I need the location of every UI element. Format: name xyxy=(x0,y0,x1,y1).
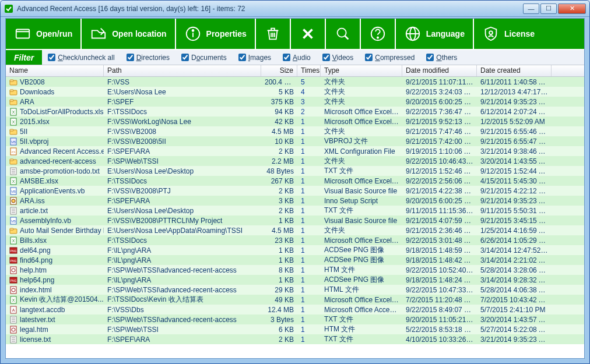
column-headers[interactable]: Name Path Size Times Type Date modified … xyxy=(6,65,584,77)
file-type: Microsoft Office Access ... xyxy=(321,306,402,314)
table-row[interactable]: PNGdel64.pngF:\IL\png\ARA1 KB1ACDSee PNG… xyxy=(6,245,584,255)
file-times: 1 xyxy=(297,276,321,284)
help-button[interactable] xyxy=(361,19,396,49)
recycle-button[interactable] xyxy=(256,19,291,49)
table-row[interactable]: amsbe-promotion-todo.txtE:\Users\Nosa Le… xyxy=(6,166,584,176)
table-row[interactable]: XAMSBE.xlsxF:\TSSIDocs267 KB1Microsoft O… xyxy=(6,176,584,186)
table-row[interactable]: PNGhelp64.pngF:\IL\png\ARA1 KB1ACDSee PN… xyxy=(6,275,584,285)
file-type: ACDSee PNG 图像 xyxy=(321,245,402,255)
table-row[interactable]: advanced-recent-accessF:\SP\Web\TSSI2.2 … xyxy=(6,156,584,166)
header-type[interactable]: Type xyxy=(321,65,402,76)
table-row[interactable]: ARA.issF:\SPEF\ARA3 KB1Inno Setup Script… xyxy=(6,196,584,206)
svg-text:A: A xyxy=(12,308,15,312)
search-button[interactable] xyxy=(326,19,361,49)
open-location-icon xyxy=(90,25,107,43)
file-times: 1 xyxy=(297,137,321,146)
file-name: index.html xyxy=(20,286,52,294)
table-row[interactable]: license.txtF:\SPEF\ARA2 KB1TXT 文件4/10/20… xyxy=(6,334,584,344)
table-row[interactable]: XToDoListForAllProducts.xlsF:\TSSIDocs94… xyxy=(6,107,584,116)
file-type: VBPROJ 文件 xyxy=(321,136,402,146)
file-modified: 9/22/2015 10:52:40 PM xyxy=(402,266,477,274)
header-times[interactable]: Times xyxy=(297,65,321,76)
header-modified[interactable]: Date modified xyxy=(402,65,477,76)
file-created: 9/21/2015 6:55:46 PM xyxy=(477,128,552,136)
minimize-button[interactable]: — xyxy=(523,3,539,14)
table-row[interactable]: VBAssemblyInfo.vbF:\VSS\VB2008\PTTRCLI\M… xyxy=(6,215,584,225)
file-type: 文件夹 xyxy=(321,126,402,136)
file-path: F:\TSSIDocs xyxy=(104,236,261,245)
language-label: Language xyxy=(426,29,465,38)
file-modified: 5/22/2015 8:53:18 PM xyxy=(402,326,477,334)
table-row[interactable]: help.htmF:\SP\Web\TSSI\advanced-recent-a… xyxy=(6,265,584,275)
file-modified: 9/12/2015 1:52:46 AM xyxy=(402,167,477,175)
close-button[interactable]: ✕ xyxy=(558,3,586,14)
file-icon xyxy=(9,197,17,205)
table-row[interactable]: article.txtE:\Users\Nosa Lee\Desktop2 KB… xyxy=(6,206,584,215)
file-times: 1 xyxy=(297,227,321,235)
filter-audio[interactable]: Audio xyxy=(283,54,311,62)
table-row[interactable]: XBills.xlsxF:\TSSIDocs23 KB1Microsoft Of… xyxy=(6,235,584,245)
license-button[interactable]: License xyxy=(474,19,543,49)
file-path: F:\SP\Web\TSSI\advanced-recent-access xyxy=(104,266,261,274)
filter-others[interactable]: Others xyxy=(426,54,457,62)
file-name: legal.htm xyxy=(20,326,48,334)
file-type: TXT 文件 xyxy=(321,334,402,344)
file-times: 1 xyxy=(297,118,321,126)
file-type: HTM 文件 xyxy=(321,324,402,334)
file-path: F:\SP\Web\TSSI xyxy=(104,326,261,334)
table-row[interactable]: latestver.txtF:\SP\Web\TSSI\advanced-rec… xyxy=(6,314,584,324)
table-row[interactable]: Alangtext.accdbF:\VSS\Dbs12.4 MB1Microso… xyxy=(6,305,584,314)
table-row[interactable]: Auto Mail Sender Birthday E...E:\Users\N… xyxy=(6,225,584,235)
filter-directories[interactable]: Directories xyxy=(127,54,170,62)
filter-compressed[interactable]: Compressed xyxy=(365,54,415,62)
delete-button[interactable] xyxy=(291,19,326,49)
table-row[interactable]: VB5II.vbprojF:\VSS\VB2008\5II10 KB1VBPRO… xyxy=(6,136,584,146)
table-row[interactable]: X2015.xlsxF:\VSS\WorkLog\Nosa Lee42 KB1M… xyxy=(6,116,584,126)
file-grid[interactable]: VB2008F:\VSS200.4 MB5文件夹9/21/2015 11:07:… xyxy=(6,77,584,358)
header-created[interactable]: Date created xyxy=(477,65,552,76)
open-run-button[interactable]: Open/run xyxy=(6,19,82,49)
table-row[interactable]: legal.htmF:\SP\Web\TSSI6 KB1HTM 文件5/22/2… xyxy=(6,324,584,334)
properties-button[interactable]: Properties xyxy=(176,19,256,49)
language-button[interactable]: Language xyxy=(396,19,474,49)
file-created: 5/28/2014 4:06:38 AM xyxy=(477,286,552,294)
file-created: 6/11/2011 1:40:58 AM xyxy=(477,78,552,86)
header-name[interactable]: Name xyxy=(6,65,104,76)
open-location-button[interactable]: Open location xyxy=(82,19,175,49)
file-name: ApplicationEvents.vb xyxy=(20,187,85,195)
table-row[interactable]: DownloadsE:\Users\Nosa Lee5 KB4文件夹9/22/2… xyxy=(6,87,584,97)
titlebar[interactable]: Advanced Recent Access [16 days trial ve… xyxy=(1,1,589,17)
file-times: 1 xyxy=(297,128,321,136)
filter-videos[interactable]: Videos xyxy=(322,54,353,62)
table-row[interactable]: VBApplicationEvents.vbF:\VSS\VB2008\PTJ2… xyxy=(6,186,584,196)
file-icon: X xyxy=(9,236,17,245)
table-row[interactable]: XKevin 收入结算@201504...F:\TSSIDocs\Kevin 收… xyxy=(6,295,584,305)
file-type: Microsoft Office Excel ... xyxy=(321,296,402,304)
file-modified: 9/19/2015 1:10:06 AM xyxy=(402,147,477,156)
table-row[interactable]: <>Advanced Recent Access.e...F:\SPEF\ARA… xyxy=(6,146,584,156)
maximize-button[interactable]: ☐ xyxy=(540,3,557,14)
shield-icon xyxy=(482,25,500,43)
table-row[interactable]: index.htmlF:\SP\Web\TSSI\advanced-recent… xyxy=(6,285,584,295)
file-icon: X xyxy=(9,177,17,185)
table-row[interactable]: ARAF:\SPEF375 KB3文件夹9/20/2015 6:00:25 PM… xyxy=(6,97,584,107)
svg-rect-1 xyxy=(16,30,30,38)
svg-point-45 xyxy=(12,199,15,203)
file-icon xyxy=(9,98,17,106)
header-path[interactable]: Path xyxy=(104,65,261,76)
file-name: AssemblyInfo.vb xyxy=(20,217,71,225)
file-icon: PNG xyxy=(9,256,17,264)
filter-check-all[interactable]: Check/uncheck all xyxy=(48,54,114,62)
client-area: Open/run Open location Properties xyxy=(5,18,585,359)
table-row[interactable]: 5IIF:\VSS\VB20084.5 MB1文件夹9/21/2015 7:47… xyxy=(6,126,584,136)
filter-documents[interactable]: Documents xyxy=(181,54,227,62)
filter-images[interactable]: Images xyxy=(238,54,271,62)
header-size[interactable]: Size xyxy=(261,65,297,76)
svg-text:X: X xyxy=(12,120,15,124)
table-row[interactable]: VB2008F:\VSS200.4 MB5文件夹9/21/2015 11:07:… xyxy=(6,77,584,87)
file-times: 1 xyxy=(297,246,321,255)
file-icon xyxy=(9,157,17,165)
svg-rect-23 xyxy=(10,100,13,101)
table-row[interactable]: PNGfind64.pngF:\IL\png\ARA1 KB1ACDSee PN… xyxy=(6,255,584,265)
svg-rect-21 xyxy=(10,90,13,91)
